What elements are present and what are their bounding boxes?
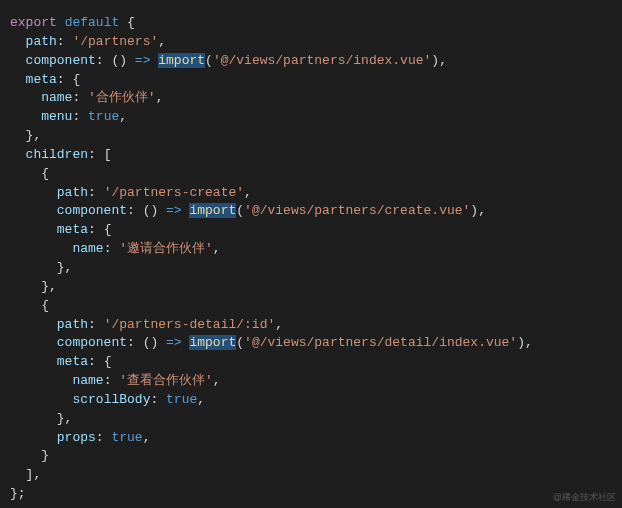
code-line: component: () => import('@/views/partner… [10, 202, 612, 221]
code-line: meta: { [10, 71, 612, 90]
code-line: ], [10, 466, 612, 485]
code-line: } [10, 447, 612, 466]
code-line: { [10, 165, 612, 184]
code-line: props: true, [10, 429, 612, 448]
code-line: }, [10, 410, 612, 429]
code-line: name: '邀请合作伙伴', [10, 240, 612, 259]
code-line: name: '查看合作伙伴', [10, 372, 612, 391]
code-line: }, [10, 259, 612, 278]
import-keyword: import [158, 53, 205, 68]
code-line: children: [ [10, 146, 612, 165]
watermark: @稀金技术社区 [553, 491, 616, 504]
code-line: }, [10, 127, 612, 146]
code-line: }; [10, 485, 612, 504]
code-line: path: '/partners', [10, 33, 612, 52]
code-line: path: '/partners-create', [10, 184, 612, 203]
code-line: meta: { [10, 353, 612, 372]
code-block: export default { path: '/partners', comp… [10, 14, 612, 504]
code-line: scrollBody: true, [10, 391, 612, 410]
code-line: component: () => import('@/views/partner… [10, 52, 612, 71]
code-line: export default { [10, 14, 612, 33]
import-keyword: import [189, 203, 236, 218]
code-line: menu: true, [10, 108, 612, 127]
code-line: { [10, 297, 612, 316]
code-line: path: '/partners-detail/:id', [10, 316, 612, 335]
code-line: name: '合作伙伴', [10, 89, 612, 108]
code-line: }, [10, 278, 612, 297]
code-line: meta: { [10, 221, 612, 240]
import-keyword: import [189, 335, 236, 350]
code-line: component: () => import('@/views/partner… [10, 334, 612, 353]
